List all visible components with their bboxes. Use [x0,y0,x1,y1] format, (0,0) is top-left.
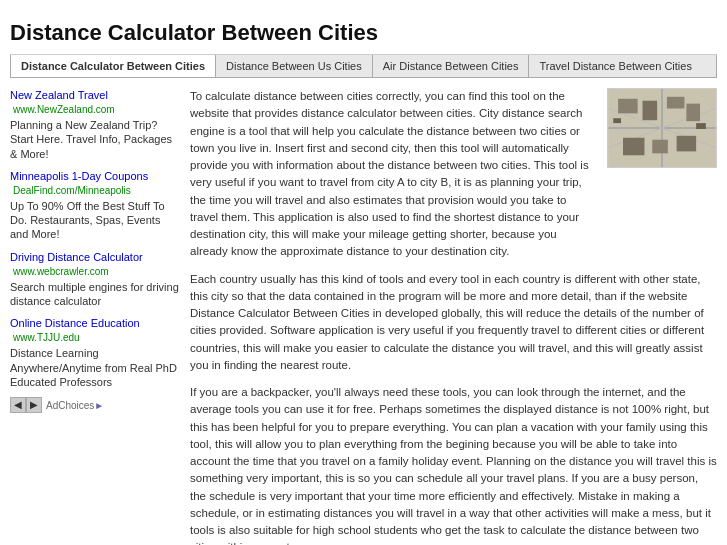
svg-rect-11 [686,104,700,122]
tab-distance-calculator[interactable]: Distance Calculator Between Cities [11,55,216,77]
page-wrapper: Distance Calculator Between Cities Dista… [0,0,727,545]
tab-bar: Distance Calculator Between Cities Dista… [10,55,717,78]
svg-rect-6 [643,101,658,121]
ad-online-distance-edu-url: www.TJJU.edu [13,332,80,343]
city-image-box [607,88,717,168]
ad-online-distance-education: Online Distance Education www.TJJU.edu D… [10,316,180,389]
svg-rect-9 [652,140,668,154]
ad-new-zealand-desc: Planning a New Zealand Trip? Start Here.… [10,118,180,161]
top-section: To calculate distance between cities cor… [190,88,717,261]
ad-minneapolis-link[interactable]: Minneapolis 1-Day Coupons [10,170,148,182]
ad-driving-distance-desc: Search multiple engines for driving dist… [10,280,180,309]
ad-driving-distance-link[interactable]: Driving Distance Calculator [10,251,143,263]
ad-driving-distance: Driving Distance Calculator www.webcrawl… [10,250,180,309]
ad-online-distance-edu-desc: Distance Learning Anywhere/Anytime from … [10,346,180,389]
tab-distance-us-cities[interactable]: Distance Between Us Cities [216,55,373,77]
page-title: Distance Calculator Between Cities [10,10,717,55]
ad-online-distance-link[interactable]: Online Distance Education [10,317,140,329]
svg-rect-10 [677,136,697,152]
main-paragraph-1: To calculate distance between cities cor… [190,88,597,261]
ad-driving-distance-url: www.webcrawler.com [13,266,109,277]
main-paragraph-2-wrapper: Each country usually has this kind of to… [190,271,717,375]
svg-rect-8 [623,138,644,156]
content-area: New Zealand Travel www.NewZealand.com Pl… [10,88,717,545]
ad-new-zealand-link[interactable]: New Zealand Travel [10,89,108,101]
main-paragraph-2: Each country usually has this kind of to… [190,271,717,375]
tab-travel-distance[interactable]: Travel Distance Between Cities [529,55,701,77]
ad-new-zealand-url: www.NewZealand.com [13,104,115,115]
ad-minneapolis: Minneapolis 1-Day Coupons DealFind.com/M… [10,169,180,242]
svg-rect-12 [613,118,621,123]
ad-minneapolis-desc: Up To 90% Off the Best Stuff To Do. Rest… [10,199,180,242]
city-image-container [607,88,717,261]
main-paragraph-3-wrapper: If you are a backpacker, you'll always n… [190,384,717,545]
svg-rect-13 [696,123,706,129]
ad-choices-label: AdChoices [46,400,94,411]
svg-rect-7 [667,97,685,109]
ad-footer: ◀ ▶ AdChoices ► [10,397,180,413]
tab-air-distance[interactable]: Air Distance Between Cities [373,55,530,77]
city-svg [608,89,716,167]
ad-next-arrow[interactable]: ▶ [26,397,42,413]
left-sidebar: New Zealand Travel www.NewZealand.com Pl… [10,88,180,545]
ad-new-zealand: New Zealand Travel www.NewZealand.com Pl… [10,88,180,161]
ad-choices-icon: ► [94,400,104,411]
ad-minneapolis-url: DealFind.com/Minneapolis [13,185,131,196]
main-paragraph-3: If you are a backpacker, you'll always n… [190,384,717,545]
ad-prev-arrow[interactable]: ◀ [10,397,26,413]
svg-rect-5 [618,99,638,114]
main-content: To calculate distance between cities cor… [190,88,717,545]
